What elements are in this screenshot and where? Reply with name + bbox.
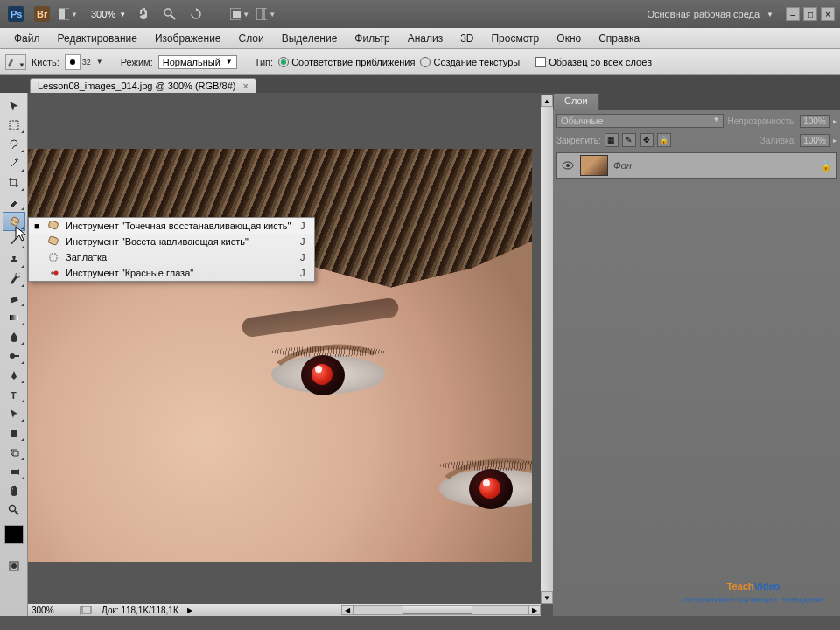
ps-logo-icon[interactable]: Ps [5,4,26,24]
radio-proximity[interactable]: Соответствие приближения [278,57,415,67]
lock-pixels-icon[interactable]: ✎ [622,133,636,147]
brush-dropdown-icon[interactable]: ▼ [96,58,103,66]
eraser-tool[interactable] [3,289,25,308]
svg-rect-9 [233,10,241,18]
lock-all-icon[interactable]: 🔒 [657,133,671,147]
3d-camera-tool[interactable] [3,462,25,481]
foreground-color[interactable] [4,525,24,544]
minimize-button[interactable]: – [786,7,800,21]
menu-analysis[interactable]: Анализ [399,30,452,47]
menu-window[interactable]: Окно [548,30,590,47]
menu-file[interactable]: Файл [5,30,49,47]
flyout-spot-heal[interactable]: ■ Инструмент "Точечная восстанавливающая… [29,218,314,234]
brush-size: 32 [82,58,91,66]
zoom-tool[interactable] [3,500,25,520]
layer-visibility-icon[interactable] [561,158,575,172]
status-docsize: Док: 118,1K/118,1К [93,606,187,615]
layer-thumbnail[interactable] [580,155,608,176]
menu-layer[interactable]: Слои [230,30,273,47]
svg-line-24 [15,511,18,514]
check-all-layers[interactable]: Образец со всех слоев [536,57,652,67]
blur-tool[interactable] [3,327,25,346]
flyout-patch[interactable]: Заплатка J [29,249,314,265]
zoom-select[interactable]: 300%▼ [91,9,126,19]
lasso-tool[interactable] [3,135,25,154]
menu-image[interactable]: Изображение [146,30,230,47]
eyedropper-tool[interactable] [3,192,25,212]
3d-tool[interactable] [3,443,25,462]
menu-view[interactable]: Просмотр [482,30,548,47]
workspace-switcher[interactable]: Основная рабочая среда▼ [647,9,782,19]
hscroll-track[interactable] [354,605,528,615]
layout-icon[interactable]: ▼ [58,4,79,24]
document-tab[interactable]: Lesson08_images_014.jpg @ 300% (RGB/8#) … [30,78,256,93]
pen-tool[interactable] [3,366,25,385]
type-tool[interactable]: T [3,385,25,404]
svg-rect-12 [10,121,18,130]
gradient-tool[interactable] [3,308,25,327]
close-tab-icon[interactable]: × [242,80,248,91]
tool-preset-icon[interactable]: ▼ [5,54,26,70]
vertical-scrollbar[interactable]: ▲ ▼ [541,94,553,604]
blend-mode-select[interactable]: Обычные▼ [556,114,724,128]
hand-tool[interactable] [3,481,25,500]
shape-tool[interactable] [3,424,25,443]
svg-point-23 [9,506,15,512]
fill-value[interactable]: 100% [800,134,830,147]
mode-select[interactable]: Нормальный▼ [158,55,237,69]
wand-tool[interactable] [3,154,25,173]
status-zoom[interactable]: 300% [28,606,80,615]
layers-panel: Слои Обычные▼ Непрозрачность: 100% ▸ Зак… [553,93,840,616]
lock-transparent-icon[interactable]: ▦ [605,133,619,147]
layers-tab[interactable]: Слои [553,93,599,110]
menu-filter[interactable]: Фильтр [346,30,398,47]
move-tool[interactable] [3,96,25,116]
hscroll-left[interactable]: ◀ [341,605,354,615]
tool-flyout: ■ Инструмент "Точечная восстанавливающая… [28,217,315,282]
radio-texture[interactable]: Создание текстуры [420,57,520,67]
crop-tool[interactable] [3,173,25,192]
dodge-tool[interactable] [3,346,25,366]
zoom-icon[interactable] [159,4,180,24]
fill-label: Заливка: [760,136,796,145]
hscroll-right[interactable]: ▶ [528,605,541,615]
hand-icon[interactable] [133,4,154,24]
canvas[interactable] [28,94,541,604]
svg-text:Ps: Ps [10,9,22,19]
fill-dropdown-icon[interactable]: ▸ [833,136,836,144]
status-icon[interactable] [80,605,93,615]
screen-mode-icon[interactable]: ▼ [229,4,250,24]
layer-row[interactable]: Фон 🔒 [556,152,836,178]
menu-help[interactable]: Справка [590,30,648,47]
svg-text:Br: Br [37,9,48,19]
menu-select[interactable]: Выделение [273,30,346,47]
stamp-tool[interactable] [3,250,25,270]
history-brush-tool[interactable] [3,270,25,289]
patch-icon [46,251,60,263]
menu-edit[interactable]: Редактирование [49,30,146,47]
lock-position-icon[interactable]: ✥ [640,133,654,147]
marquee-tool[interactable] [3,116,25,135]
svg-rect-11 [264,8,267,20]
svg-rect-30 [48,220,59,229]
status-dropdown-icon[interactable]: ▶ [187,606,192,614]
opacity-dropdown-icon[interactable]: ▸ [833,117,836,125]
opacity-value[interactable]: 100% [800,115,830,128]
close-window-button[interactable]: × [821,7,835,21]
quickmask-tool[interactable] [3,556,25,576]
maximize-button[interactable]: □ [803,7,817,21]
bridge-icon[interactable]: Br [32,4,52,24]
opacity-label: Непрозрачность: [727,116,796,126]
rotate-view-icon[interactable] [186,4,206,24]
path-select-tool[interactable] [3,404,25,424]
document-image [28,149,532,562]
brush-preview[interactable] [65,54,80,70]
menu-3d[interactable]: 3D [452,30,482,47]
svg-rect-22 [10,470,17,474]
arrange-icon[interactable]: ▼ [256,4,276,24]
flyout-redeye[interactable]: Инструмент "Красные глаза" J [29,265,314,281]
watermark: TeachVideo Интерактивное обучающее телев… [682,566,824,604]
svg-rect-10 [256,8,262,20]
svg-rect-13 [10,217,19,227]
flyout-heal[interactable]: Инструмент "Восстанавливающая кисть" J [29,234,314,249]
